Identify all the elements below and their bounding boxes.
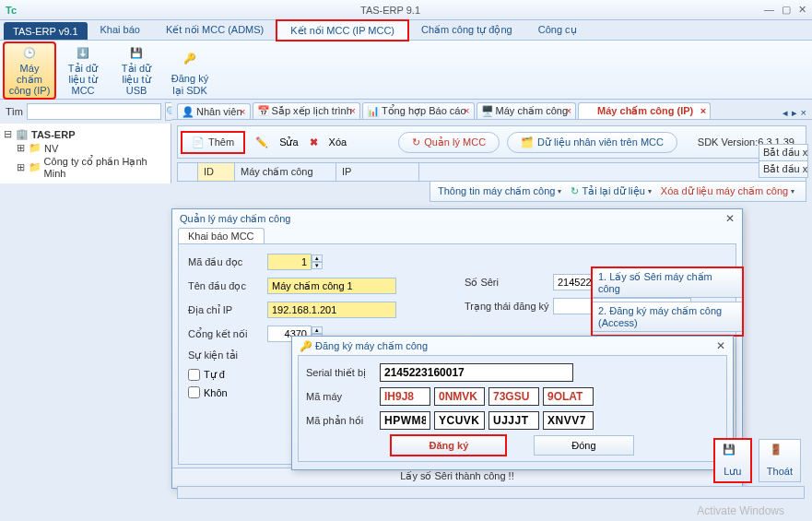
- clock-icon: 🕒: [17, 45, 42, 61]
- modal-tab[interactable]: Khai báo MCC: [178, 228, 265, 243]
- lbl-madaudoc: Mã đầu đọc: [188, 256, 267, 268]
- tab-mcc[interactable]: 🖥️Máy chấm công×: [477, 102, 577, 119]
- input-mamay-1[interactable]: [380, 387, 430, 406]
- btn-dong[interactable]: Đóng: [534, 435, 633, 456]
- close-icon[interactable]: ×: [700, 105, 706, 116]
- search-row: Tìm 🔍 ↻: [0, 100, 171, 124]
- app-menu[interactable]: TAS-ERP v9.1: [4, 22, 88, 40]
- tree-company[interactable]: ⊞ 📁 Công ty cổ phần Hạnh Minh: [4, 155, 167, 180]
- input-ph-4[interactable]: [543, 411, 594, 430]
- link-label: Tải lại dữ liệu: [582, 185, 644, 197]
- delete-data-link[interactable]: Xóa dữ liệu máy chấm công▾: [661, 185, 794, 197]
- info-mcc-link[interactable]: Thông tin máy chấm công▾: [438, 185, 561, 197]
- delete-label[interactable]: Xóa: [329, 136, 347, 148]
- lbl-seri: Số Sêri: [465, 277, 553, 289]
- menu-khai-bao[interactable]: Khai báo: [88, 20, 153, 40]
- right-panel: Bắt đầu x Bắt đầu x: [759, 144, 808, 178]
- refresh-icon: ↻: [412, 136, 420, 148]
- edit-icon[interactable]: ✏️: [252, 136, 272, 148]
- tab-next[interactable]: ▸: [792, 107, 797, 119]
- tab-mcc-ip[interactable]: Máy chấm công (IP)×: [578, 102, 711, 119]
- schedule-icon: 📅: [257, 105, 268, 116]
- expand-icon[interactable]: ⊞: [17, 161, 26, 173]
- expand-icon[interactable]: ⊞: [17, 142, 26, 154]
- menu-cctd[interactable]: Chấm công tự động: [408, 20, 525, 40]
- close-icon[interactable]: ×: [349, 105, 355, 116]
- right-hdr-1[interactable]: Bắt đầu x: [759, 144, 808, 160]
- data-icon: 🗂️: [521, 136, 534, 148]
- tab-sapxep[interactable]: 📅Sắp xếp lịch trình×: [253, 102, 360, 119]
- close-button[interactable]: ✕: [798, 4, 806, 16]
- ribbon-mcc-ip[interactable]: 🕒 Máy chấm công (IP): [4, 42, 55, 99]
- collapse-icon[interactable]: ⊟: [4, 128, 13, 140]
- tree-nv[interactable]: ⊞ 📁 NV: [4, 141, 167, 155]
- spin-down[interactable]: ▾: [312, 262, 323, 269]
- ribbon-dk-sdk[interactable]: 🔑 Đăng ký lại SDK: [164, 42, 216, 99]
- tab-close-all[interactable]: ×: [801, 107, 806, 119]
- ribbon-tai-usb[interactable]: 💾 Tải dữ liệu từ USB: [111, 42, 162, 99]
- btn-dangky-access[interactable]: 2. Đăng ký máy chấm công (Access): [592, 302, 743, 332]
- close-icon[interactable]: ×: [566, 105, 571, 116]
- input-ph-3[interactable]: [488, 411, 539, 430]
- modal-close-icon[interactable]: ✕: [725, 212, 735, 225]
- minimize-button[interactable]: —: [764, 4, 774, 16]
- tab-nhanvien[interactable]: 👤Nhân viên×: [177, 103, 251, 119]
- ribbon-tai-mcc[interactable]: ⬇️ Tải dữ liệu từ MCC: [57, 42, 109, 99]
- menu-congcu[interactable]: Công cụ: [525, 20, 590, 40]
- tab-tonghop[interactable]: 📊Tổng hợp Báo cáo×: [362, 102, 475, 119]
- delete-icon[interactable]: ✖: [306, 136, 322, 148]
- add-button[interactable]: 📄 Thêm: [182, 132, 244, 153]
- btn-label: Thoát: [767, 466, 793, 477]
- spin-up[interactable]: ▴: [312, 326, 323, 334]
- horizontal-scrollbar[interactable]: [177, 486, 805, 499]
- col-ip[interactable]: IP: [336, 163, 419, 181]
- ribbon: 🕒 Máy chấm công (IP) ⬇️ Tải dữ liệu từ M…: [0, 41, 812, 100]
- cb-tudong[interactable]: [188, 369, 200, 381]
- download-icon: ⬇️: [70, 45, 96, 61]
- person-icon: 👤: [182, 106, 193, 117]
- menu-ip-mcc[interactable]: Kết nối MCC (IP MCC): [277, 20, 408, 41]
- input-mamay-2[interactable]: [434, 387, 485, 406]
- btn-luu[interactable]: 💾 Lưu: [714, 439, 751, 482]
- tab-label: Máy chấm công (IP): [597, 105, 693, 116]
- tab-label: Nhân viên: [196, 106, 242, 117]
- menu-adms[interactable]: Kết nối MCC (ADMS): [153, 20, 277, 40]
- chevron-down-icon: ▾: [558, 187, 561, 195]
- cb-khong[interactable]: [188, 386, 200, 398]
- col-id[interactable]: ID: [198, 163, 235, 181]
- tab-label: Sắp xếp lịch trình: [272, 105, 352, 116]
- tree-panel: ⊟ 🏢 TAS-ERP ⊞ 📁 NV ⊞ 📁 Công ty cổ phần H…: [0, 124, 171, 184]
- right-hdr-2[interactable]: Bắt đầu x: [759, 160, 808, 178]
- modal-title: Quản lý máy chấm công: [180, 213, 290, 225]
- search-input[interactable]: [27, 103, 161, 120]
- input-madaudoc[interactable]: [267, 254, 312, 270]
- tree-label: NV: [44, 143, 58, 154]
- folder-icon: 🏢: [16, 128, 29, 140]
- folder-icon: 📁: [29, 142, 41, 154]
- input-ten[interactable]: [267, 278, 396, 294]
- input-ip[interactable]: [267, 302, 396, 318]
- edit-label[interactable]: Sửa: [279, 136, 298, 148]
- spin-up[interactable]: ▴: [312, 255, 323, 262]
- close-icon[interactable]: ×: [240, 106, 245, 117]
- btn-lay-seri[interactable]: 1. Lấy số Sêri máy chấm công: [592, 267, 743, 298]
- input-ph-1[interactable]: [380, 411, 430, 430]
- input-serial[interactable]: [380, 363, 573, 382]
- input-mamay-4[interactable]: [543, 387, 594, 406]
- input-mamay-3[interactable]: [488, 387, 539, 406]
- tab-prev[interactable]: ◂: [783, 107, 788, 119]
- reload-link[interactable]: ↻Tải lại dữ liệu▾: [571, 185, 651, 197]
- input-ph-2[interactable]: [434, 411, 485, 430]
- document-tabs: 👤Nhân viên× 📅Sắp xếp lịch trình× 📊Tổng h…: [171, 100, 812, 120]
- quanly-mcc-button[interactable]: ↻ Quản lý MCC: [398, 132, 500, 153]
- close-icon[interactable]: ×: [464, 105, 469, 116]
- watermark: Activate Windows: [697, 504, 784, 517]
- btn-thoat[interactable]: 🚪 Thoát: [759, 439, 801, 482]
- dulieu-nv-button[interactable]: 🗂️ Dữ liệu nhân viên trên MCC: [507, 132, 677, 153]
- maximize-button[interactable]: ▢: [782, 4, 791, 16]
- tree-root[interactable]: ⊟ 🏢 TAS-ERP: [4, 127, 167, 141]
- btn-dangky[interactable]: Đăng ký: [391, 435, 506, 456]
- modal2-close-icon[interactable]: ✕: [716, 339, 725, 352]
- tab-label: Máy chấm công: [496, 105, 569, 116]
- col-mcc[interactable]: Máy chấm công: [235, 163, 336, 181]
